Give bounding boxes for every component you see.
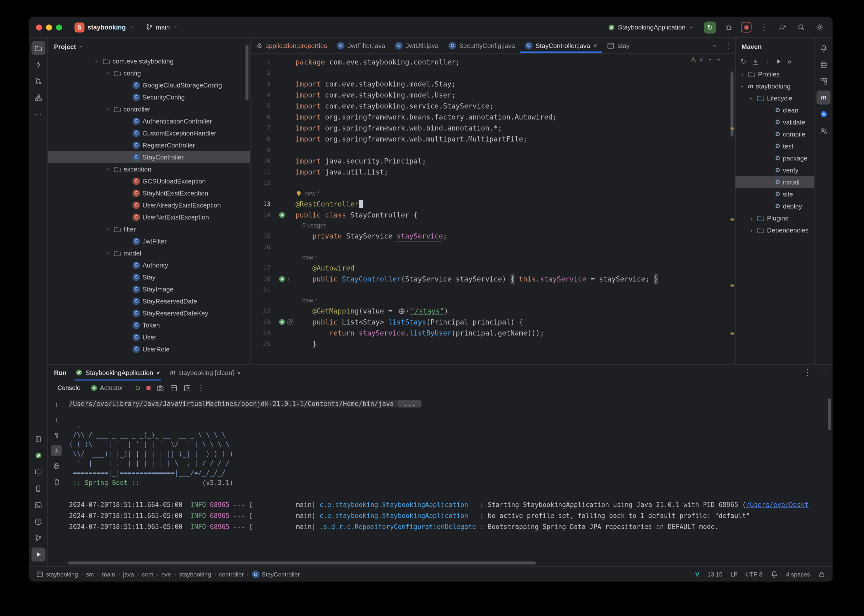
rerun-button[interactable]: ↻ <box>704 21 716 33</box>
project-item-model[interactable]: ›model <box>48 247 250 259</box>
branch-widget[interactable]: main › <box>142 22 182 33</box>
leaf-icon[interactable] <box>278 275 286 283</box>
breadcrumb-main-2[interactable]: main <box>102 571 115 578</box>
search-everywhere-button[interactable] <box>795 21 807 33</box>
editor-tab-stay[interactable]: stay_ <box>602 38 638 53</box>
chevron-up-icon[interactable]: › <box>706 57 713 63</box>
stop-button[interactable] <box>146 386 151 390</box>
lock-icon[interactable] <box>818 570 825 578</box>
tool-code-with-me[interactable] <box>817 124 831 137</box>
editor-tab-application-properties[interactable]: ⚙application.properties <box>251 38 332 53</box>
soft-wrap-button[interactable]: ¶ <box>51 429 62 440</box>
reload-button[interactable]: ↻ <box>740 58 746 65</box>
editor-scrollbar[interactable] <box>729 53 735 364</box>
file-encoding[interactable]: UTF-8 <box>746 571 762 578</box>
maven-item-test[interactable]: ⚙test <box>735 140 814 152</box>
tool-endpoints[interactable] <box>31 465 45 479</box>
tool-project[interactable] <box>31 41 45 55</box>
leaf-icon[interactable] <box>278 319 286 325</box>
project-item-authenticationcontroller[interactable]: CAuthenticationController <box>48 115 250 127</box>
maven-item-package[interactable]: ⚙package <box>735 152 814 164</box>
breadcrumb-staycontroller-8[interactable]: CStayController <box>252 570 300 578</box>
execute-goal-button[interactable] <box>775 58 782 65</box>
tool-assistant[interactable] <box>817 107 831 121</box>
maven-panel-header[interactable]: Maven <box>735 38 814 55</box>
maven-item-lifecycle[interactable]: ›Lifecycle <box>735 92 814 104</box>
tool-structure[interactable] <box>31 91 45 105</box>
overflow-button[interactable]: » <box>787 58 792 66</box>
inspections-widget[interactable]: ⚠ 4 › › <box>690 56 722 63</box>
run-tab-staybooking-clean[interactable]: mstaybooking [clean]× <box>169 365 242 380</box>
clear-all-button[interactable] <box>51 476 62 487</box>
ideavim-icon[interactable]: V <box>695 570 699 578</box>
close-tab-icon[interactable]: × <box>237 369 241 376</box>
run-config-selector[interactable]: StaybookingApplication › <box>605 22 697 33</box>
project-scrollbar[interactable] <box>244 38 250 364</box>
project-item-userrole[interactable]: CUserRole <box>48 343 250 355</box>
chevron-down-icon[interactable]: › <box>715 57 723 63</box>
tool-maven[interactable]: m <box>817 91 831 105</box>
breadcrumb-src-1[interactable]: src <box>86 571 94 578</box>
console-output[interactable]: /Users/eve/Library/Java/JavaVirtualMachi… <box>65 396 833 567</box>
settings-button[interactable] <box>814 21 825 33</box>
project-item-config[interactable]: ›config <box>48 67 250 79</box>
zoom-window-button[interactable] <box>56 24 62 30</box>
tool-more-tools[interactable]: ⋯ <box>31 107 45 121</box>
project-item-securityconfig[interactable]: CSecurityConfig <box>48 91 250 103</box>
maven-item-deploy[interactable]: ⚙deploy <box>735 200 814 212</box>
editor-tab-jwtfilter-java[interactable]: CJwtFilter.java <box>332 38 390 53</box>
screenshot-button[interactable] <box>157 384 164 392</box>
print-button[interactable] <box>51 460 62 471</box>
view-tab-actuator[interactable]: Actuator <box>86 383 128 393</box>
run-tab-staybookingapplication[interactable]: StaybookingApplication× <box>75 365 161 380</box>
editor-tab-securityconfig-java[interactable]: CSecurityConfig.java <box>443 38 520 53</box>
project-item-customexceptionhandler[interactable]: CCustomExceptionHandler <box>48 127 250 139</box>
maven-item-staybooking[interactable]: ›mstaybooking <box>735 80 814 92</box>
tool-problems[interactable] <box>31 514 45 528</box>
next-occurrence-button[interactable]: ↓ <box>51 414 62 425</box>
rerun-button[interactable]: ↻ <box>135 385 140 391</box>
restore-layout-button[interactable] <box>170 384 178 392</box>
project-item-stay[interactable]: CStay <box>48 271 250 283</box>
project-item-staynotexistexception[interactable]: CStayNotExistException <box>48 187 250 199</box>
project-item-googlecloudstorageconfig[interactable]: CGoogleCloudStorageConfig <box>48 79 250 91</box>
scroll-to-end-button[interactable] <box>51 445 62 456</box>
export-button[interactable] <box>184 384 191 392</box>
minimize-window-button[interactable] <box>46 24 52 30</box>
more-button[interactable]: ⋮ <box>721 38 735 53</box>
caret-position[interactable]: 13:15 <box>707 571 723 578</box>
add-user-button[interactable] <box>776 21 789 33</box>
line-separator[interactable]: LF <box>730 571 737 578</box>
maven-item-plugins[interactable]: ›Plugins <box>735 212 814 224</box>
project-item-user[interactable]: CUser <box>48 331 250 343</box>
maven-item-install[interactable]: ⚙install <box>735 176 814 188</box>
project-item-filter[interactable]: ›filter <box>48 223 250 235</box>
editor-tab-jwtutil-java[interactable]: CJwtUtil.java <box>390 38 444 53</box>
project-item-com-eve-staybooking[interactable]: ›com.eve.staybooking <box>48 55 250 67</box>
maven-item-profiles[interactable]: ›Profiles <box>735 68 814 80</box>
tool-profiler[interactable] <box>31 481 45 495</box>
fold-icon[interactable]: › <box>287 276 291 282</box>
code-area[interactable]: 1package com.eve.staybooking.controller;… <box>250 53 735 364</box>
project-item-controller[interactable]: ›controller <box>48 103 250 115</box>
close-tab-icon[interactable]: × <box>156 369 160 376</box>
project-item-usernotexistexception[interactable]: CUserNotExistException <box>48 211 250 223</box>
project-item-stayreserveddate[interactable]: CStayReservedDate <box>48 295 250 307</box>
maven-item-clean[interactable]: ⚙clean <box>735 104 814 116</box>
globe-icon[interactable]: ▾ <box>398 305 409 316</box>
indent-config[interactable]: 4 spaces <box>786 571 810 578</box>
project-widget[interactable]: S staybooking › <box>72 21 138 34</box>
project-item-gcsuploadexception[interactable]: CGCSUploadException <box>48 175 250 187</box>
hide-button[interactable]: — <box>818 369 826 377</box>
prev-occurrence-button[interactable]: ↑ <box>51 399 62 410</box>
debug-button[interactable] <box>723 21 735 33</box>
tool-terminal[interactable] <box>31 498 45 512</box>
at-icon[interactable]: @ <box>287 319 294 325</box>
maven-item-compile[interactable]: ⚙compile <box>735 128 814 140</box>
tool-version-control[interactable] <box>31 531 45 545</box>
leaf-icon[interactable] <box>278 212 286 218</box>
tool-run[interactable] <box>31 547 45 561</box>
project-item-token[interactable]: CToken <box>48 319 250 331</box>
tool-spring[interactable] <box>31 448 45 462</box>
download-sources-button[interactable] <box>752 58 759 65</box>
